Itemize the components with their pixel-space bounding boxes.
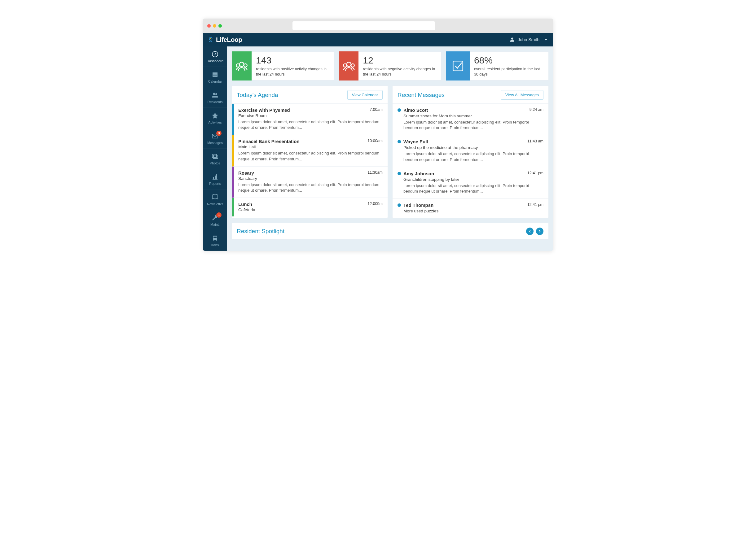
sidebar-item-reports[interactable]: Reports <box>203 169 227 190</box>
agenda-panel: Today's Agenda View Calendar 7:00amExerc… <box>231 86 388 218</box>
close-window-button[interactable] <box>207 24 211 28</box>
sidebar: DashboardCalendarResidentsActivitiesMess… <box>203 46 227 251</box>
message-time: 12:41 pm <box>527 203 543 207</box>
svg-point-3 <box>215 54 216 55</box>
sidebar-badge: 1 <box>216 213 222 218</box>
svg-rect-12 <box>213 155 218 159</box>
message-item[interactable]: 9:24 amKimo ScottSummer shoes for Mom th… <box>393 104 548 135</box>
message-body: Granchildren stopping by laterLorem ipsu… <box>398 177 543 194</box>
panels-row: Today's Agenda View Calendar 7:00amExerc… <box>231 86 549 218</box>
svg-point-8 <box>213 93 215 95</box>
agenda-item[interactable]: 10:00amPinnacel Bank PresentationMain Ha… <box>232 135 388 166</box>
stats-row: 143residents with positive activity chan… <box>231 51 549 81</box>
spotlight-nav <box>526 228 543 235</box>
svg-point-26 <box>351 64 354 67</box>
svg-point-9 <box>215 93 217 95</box>
sidebar-item-dashboard[interactable]: Dashboard <box>203 46 227 67</box>
svg-rect-16 <box>216 174 217 179</box>
agenda-item-title: Lunch <box>238 202 383 207</box>
svg-point-1 <box>210 38 211 39</box>
agenda-location: Main Hall <box>238 145 383 149</box>
sidebar-badge: 3 <box>216 131 222 136</box>
message-item[interactable]: 11:43 amWayne EullPicked up the medicine… <box>393 135 548 167</box>
agenda-item[interactable]: 11:30amRosarySanctuaryLorem ipsum dolor … <box>232 167 388 198</box>
view-all-messages-button[interactable]: View All Messages <box>501 90 543 100</box>
unread-dot-icon <box>398 204 401 207</box>
agenda-item[interactable]: 12:009mLunchCafeteria <box>232 198 388 217</box>
main-content: 143residents with positive activity chan… <box>227 46 553 251</box>
svg-point-13 <box>214 156 215 156</box>
spotlight-prev-button[interactable] <box>526 228 534 235</box>
message-item[interactable]: 12:41 pmTed ThompsnMore used puzzles <box>393 199 548 218</box>
agenda-time: 11:30am <box>367 170 383 175</box>
agenda-item-title: Rosary <box>238 170 383 176</box>
message-item[interactable]: 12:41 pmAmy JohnsonGranchildren stopping… <box>393 167 548 199</box>
app-header: LifeLoop John Smith <box>203 33 553 46</box>
chevron-down-icon <box>544 39 547 41</box>
sidebar-item-trans[interactable]: Trans. <box>203 230 227 251</box>
svg-point-19 <box>213 240 214 241</box>
agenda-list: 7:00amExercise with PhysmedExercise Room… <box>232 104 388 217</box>
svg-point-21 <box>240 62 244 67</box>
user-icon <box>510 37 515 42</box>
photos-icon <box>211 153 219 160</box>
message-time: 9:24 am <box>530 108 543 112</box>
svg-point-25 <box>343 64 347 67</box>
message-body: Summer shoes for Mom this summerLorem ip… <box>398 114 543 131</box>
book-icon <box>211 194 219 201</box>
url-bar[interactable] <box>292 21 435 30</box>
message-subject: Summer shoes for Mom this summer <box>403 114 543 118</box>
sidebar-item-activities[interactable]: Activities <box>203 108 227 128</box>
stat-icon <box>446 51 470 81</box>
user-name: John Smith <box>518 37 539 42</box>
stat-value: 143 <box>256 55 329 65</box>
user-menu[interactable]: John Smith <box>510 37 547 42</box>
group-icon <box>342 59 355 72</box>
sidebar-item-calendar[interactable]: Calendar <box>203 67 227 87</box>
stat-desc: residents with positive activity changes… <box>256 67 329 77</box>
minimize-window-button[interactable] <box>213 24 216 28</box>
bus-icon <box>211 235 219 242</box>
spotlight-next-button[interactable] <box>536 228 543 235</box>
agenda-location: Sanctuary <box>238 176 383 181</box>
agenda-time: 7:00am <box>370 108 383 112</box>
sidebar-item-maint[interactable]: Maint.1 <box>203 210 227 230</box>
view-calendar-button[interactable]: View Calendar <box>347 90 383 100</box>
sidebar-item-label: Maint. <box>210 223 220 226</box>
sidebar-item-residents[interactable]: Residents <box>203 87 227 108</box>
agenda-location: Cafeteria <box>238 208 383 212</box>
agenda-item-title: Pinnacel Bank Presentation <box>238 139 383 144</box>
sidebar-item-label: Photos <box>210 161 220 165</box>
chart-icon <box>211 173 219 181</box>
gauge-icon <box>211 50 219 58</box>
sidebar-item-label: Trans. <box>210 243 220 247</box>
arrow-left-icon <box>528 230 532 233</box>
stat-desc: overall resident participation in the la… <box>474 67 543 77</box>
stat-icon <box>339 51 358 81</box>
stat-desc: residents with negative activity changes… <box>363 67 436 77</box>
stat-value: 12 <box>363 55 436 65</box>
stat-body: 143residents with positive activity chan… <box>256 55 334 77</box>
sidebar-item-label: Messages <box>207 141 223 145</box>
maximize-window-button[interactable] <box>218 24 222 28</box>
sidebar-item-photos[interactable]: Photos <box>203 149 227 169</box>
stat-body: 12residents with negative activity chang… <box>363 55 441 77</box>
arrow-right-icon <box>538 230 542 233</box>
agenda-item[interactable]: 7:00amExercise with PhysmedExercise Room… <box>232 104 388 135</box>
message-sender: Ted Thompsn <box>403 203 433 208</box>
spotlight-title: Resident Spotlight <box>237 228 284 235</box>
unread-dot-icon <box>398 140 401 143</box>
message-body: Picked up the medicine at the pharmacyLo… <box>398 145 543 162</box>
message-subject: Picked up the medicine at the pharmacy <box>403 145 543 150</box>
sidebar-item-newsletter[interactable]: Newsletter <box>203 190 227 210</box>
message-sender: Wayne Eull <box>403 139 428 144</box>
agenda-time: 12:009m <box>367 202 383 206</box>
stat-card: 68%overall resident participation in the… <box>446 51 549 81</box>
message-subject: Granchildren stopping by later <box>403 177 543 182</box>
logo[interactable]: LifeLoop <box>207 36 242 43</box>
sidebar-item-messages[interactable]: Messages3 <box>203 128 227 149</box>
svg-rect-15 <box>215 176 216 179</box>
sidebar-item-label: Reports <box>209 182 221 186</box>
agenda-desc: Lorem ipsum dolor sit amet, consectetur … <box>238 119 383 130</box>
svg-rect-6 <box>213 75 217 75</box>
